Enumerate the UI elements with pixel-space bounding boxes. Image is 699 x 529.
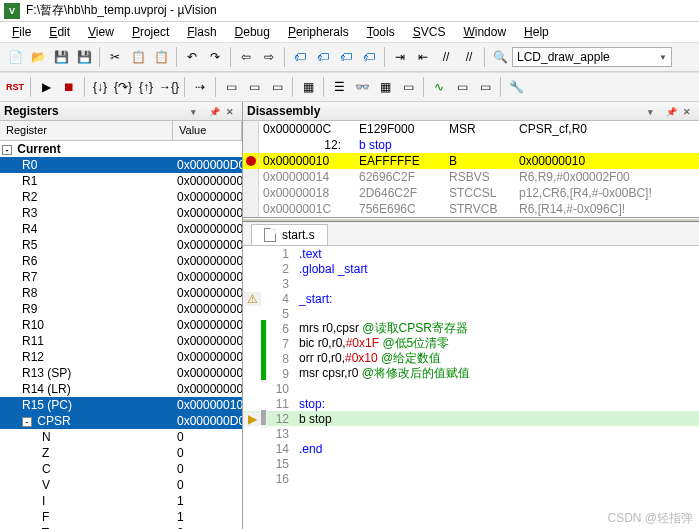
source-line[interactable]: 3: [243, 276, 699, 291]
symbols-icon[interactable]: ▭: [266, 76, 288, 98]
callstack-icon[interactable]: ☰: [328, 76, 350, 98]
source-line[interactable]: 5: [243, 306, 699, 321]
uncomment-icon[interactable]: //: [458, 46, 480, 68]
panel-menu-icon[interactable]: ▾: [648, 107, 660, 119]
save-icon[interactable]: 💾: [50, 46, 72, 68]
bookmark-prev-icon[interactable]: 🏷: [312, 46, 334, 68]
menu-view[interactable]: View: [80, 23, 122, 41]
toolbox-icon[interactable]: 🔧: [505, 76, 527, 98]
bookmark-next-icon[interactable]: 🏷: [335, 46, 357, 68]
disasm-row[interactable]: 0x0000001462696C2FRSBVSR6,R9,#0x00002F00: [243, 169, 699, 185]
disasm-row[interactable]: 12:b stop: [243, 137, 699, 153]
register-row[interactable]: R50x00000000: [0, 237, 242, 253]
watch-icon[interactable]: 👓: [351, 76, 373, 98]
analyze-icon[interactable]: ∿: [428, 76, 450, 98]
source-line[interactable]: 15: [243, 456, 699, 471]
redo-icon[interactable]: ↷: [204, 46, 226, 68]
undo-icon[interactable]: ↶: [181, 46, 203, 68]
register-row[interactable]: F1: [0, 509, 242, 525]
source-line[interactable]: 1.text: [243, 246, 699, 261]
register-row[interactable]: R30x00000000: [0, 205, 242, 221]
nav-back-icon[interactable]: ⇦: [235, 46, 257, 68]
menu-file[interactable]: File: [4, 23, 39, 41]
menu-svcs[interactable]: SVCS: [405, 23, 454, 41]
reset-icon[interactable]: RST: [4, 76, 26, 98]
register-row[interactable]: - CPSR0x000000D0: [0, 413, 242, 429]
register-row[interactable]: I1: [0, 493, 242, 509]
bookmark-clear-icon[interactable]: 🏷: [358, 46, 380, 68]
close-icon[interactable]: ✕: [683, 107, 695, 119]
comment-icon[interactable]: //: [435, 46, 457, 68]
disasm-row[interactable]: 0x0000001C756E696CSTRVCBR6,[R14,#-0x096C…: [243, 201, 699, 217]
register-row[interactable]: R80x00000000: [0, 285, 242, 301]
register-row[interactable]: C0: [0, 461, 242, 477]
memory-icon[interactable]: ▦: [374, 76, 396, 98]
register-row[interactable]: Z0: [0, 445, 242, 461]
indent-icon[interactable]: ⇥: [389, 46, 411, 68]
step-out-icon[interactable]: {↑}: [135, 76, 157, 98]
bookmark-icon[interactable]: 🏷: [289, 46, 311, 68]
register-row[interactable]: T0: [0, 525, 242, 529]
register-row[interactable]: N0: [0, 429, 242, 445]
register-row[interactable]: R100x00000000: [0, 317, 242, 333]
cmd-window-icon[interactable]: ▭: [220, 76, 242, 98]
source-line[interactable]: 11stop:: [243, 396, 699, 411]
source-line[interactable]: 7 bic r0,r0,#0x1F @低5位清零: [243, 336, 699, 351]
paste-icon[interactable]: 📋: [150, 46, 172, 68]
source-line[interactable]: 14.end: [243, 441, 699, 456]
menu-tools[interactable]: Tools: [359, 23, 403, 41]
open-file-icon[interactable]: 📂: [27, 46, 49, 68]
source-line[interactable]: ▶12 b stop: [243, 411, 699, 426]
disasm-row[interactable]: 0x0000000CE129F000MSRCPSR_cf,R0: [243, 121, 699, 137]
new-file-icon[interactable]: 📄: [4, 46, 26, 68]
source-editor[interactable]: 1.text2.global _start3⚠4_start:56 mrs r0…: [243, 246, 699, 529]
disassembly-body[interactable]: 0x0000000CE129F000MSRCPSR_cf,R012:b stop…: [243, 121, 699, 217]
register-row[interactable]: R00x000000D0: [0, 157, 242, 173]
outdent-icon[interactable]: ⇤: [412, 46, 434, 68]
run-icon[interactable]: ▶: [35, 76, 57, 98]
source-line[interactable]: 10: [243, 381, 699, 396]
disasm-window-icon[interactable]: ▭: [243, 76, 265, 98]
register-row[interactable]: V0: [0, 477, 242, 493]
source-line[interactable]: 6 mrs r0,cpsr @读取CPSR寄存器: [243, 321, 699, 336]
trace-icon[interactable]: ▭: [451, 76, 473, 98]
disasm-row[interactable]: 0x00000010EAFFFFFEB0x00000010: [243, 153, 699, 169]
register-row[interactable]: R15 (PC)0x00000010: [0, 397, 242, 413]
step-over-icon[interactable]: {↷}: [112, 76, 134, 98]
show-cursor-icon[interactable]: ⇢: [189, 76, 211, 98]
step-into-icon[interactable]: {↓}: [89, 76, 111, 98]
serial-icon[interactable]: ▭: [397, 76, 419, 98]
panel-menu-icon[interactable]: ▾: [191, 107, 203, 119]
register-row[interactable]: R13 (SP)0x00000000: [0, 365, 242, 381]
registers-body[interactable]: - Current R00x000000D0 R10x00000000 R20x…: [0, 141, 242, 529]
pin-icon[interactable]: 📌: [209, 107, 221, 119]
register-row[interactable]: R90x00000000: [0, 301, 242, 317]
register-row[interactable]: R110x00000000: [0, 333, 242, 349]
register-row[interactable]: R70x00000000: [0, 269, 242, 285]
register-row[interactable]: R60x00000000: [0, 253, 242, 269]
register-row[interactable]: R20x00000000: [0, 189, 242, 205]
pin-icon[interactable]: 📌: [666, 107, 678, 119]
menu-window[interactable]: Window: [455, 23, 514, 41]
register-row[interactable]: R120x00000000: [0, 349, 242, 365]
copy-icon[interactable]: 📋: [127, 46, 149, 68]
stop-icon[interactable]: ⏹: [58, 76, 80, 98]
save-all-icon[interactable]: 💾: [73, 46, 95, 68]
tab-start-s[interactable]: start.s: [251, 224, 328, 245]
source-line[interactable]: 16: [243, 471, 699, 486]
menu-help[interactable]: Help: [516, 23, 557, 41]
menu-edit[interactable]: Edit: [41, 23, 78, 41]
source-line[interactable]: 13: [243, 426, 699, 441]
menu-flash[interactable]: Flash: [179, 23, 224, 41]
source-line[interactable]: 8 orr r0,r0,#0x10 @给定数值: [243, 351, 699, 366]
source-line[interactable]: ⚠4_start:: [243, 291, 699, 306]
find-icon[interactable]: 🔍: [489, 46, 511, 68]
menu-peripherals[interactable]: Peripherals: [280, 23, 357, 41]
run-to-cursor-icon[interactable]: →{}: [158, 76, 180, 98]
disasm-row[interactable]: 0x000000182D646C2FSTCCSLp12,CR6,[R4,#-0x…: [243, 185, 699, 201]
system-icon[interactable]: ▭: [474, 76, 496, 98]
register-root[interactable]: - Current: [0, 141, 242, 157]
register-row[interactable]: R14 (LR)0x00000000: [0, 381, 242, 397]
nav-fwd-icon[interactable]: ⇨: [258, 46, 280, 68]
cut-icon[interactable]: ✂: [104, 46, 126, 68]
